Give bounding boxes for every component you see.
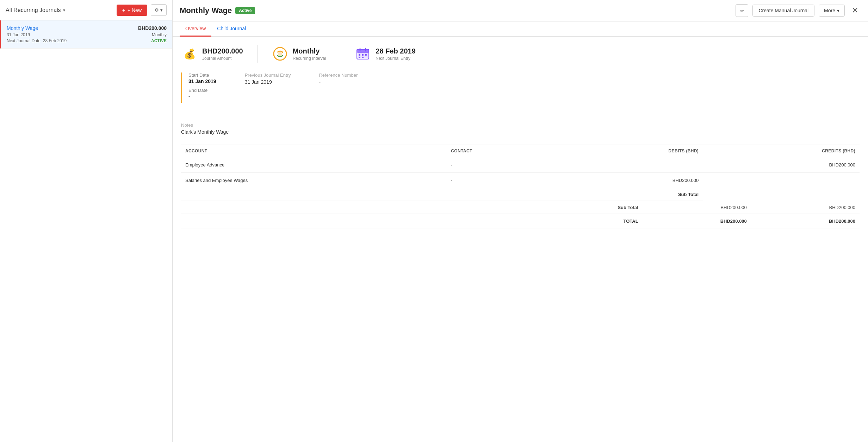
status-badge: Active: [235, 7, 255, 14]
new-button-label: + New: [128, 7, 142, 13]
tab-overview[interactable]: Overview: [180, 21, 211, 37]
edit-button[interactable]: ✏: [736, 4, 748, 17]
more-button[interactable]: More ▾: [819, 5, 845, 17]
journal-item[interactable]: Monthly Wage BHD200.000 31 Jan 2019 Mont…: [0, 20, 172, 49]
stat-divider-1: [257, 45, 258, 63]
create-manual-journal-button[interactable]: Create Manual Journal: [752, 5, 814, 17]
row1-credits: BHD200.000: [703, 157, 860, 173]
stats-row: 💰 BHD200.000 Journal Amount: [181, 45, 860, 63]
right-panel: Monthly Wage Active ✏ Create Manual Jour…: [173, 0, 868, 442]
stat-recurring-interval: Monthly Recurring Interval: [272, 45, 326, 62]
subtotal-row: Sub Total BHD200.000: [181, 188, 860, 201]
row1-debits: [558, 157, 703, 173]
all-recurring-label: All Recurring Journals: [6, 7, 61, 13]
total-row: TOTAL BHD200.000 BHD200.000: [181, 214, 860, 228]
next-journal-entry-label: Next Journal Entry: [376, 56, 415, 61]
total-label: TOTAL: [520, 214, 643, 228]
journal-list: Monthly Wage BHD200.000 31 Jan 2019 Mont…: [0, 20, 172, 442]
summary-table: Sub Total BHD200.000 BHD200.000 TOTAL BH…: [181, 201, 860, 228]
col-debits: DEBITS (BHD): [558, 145, 703, 157]
prev-journal-label: Previous Journal Entry: [245, 72, 291, 78]
gear-dropdown-icon: ▾: [160, 7, 163, 13]
col-account: ACCOUNT: [181, 145, 447, 157]
table-row: Salaries and Employee Wages - BHD200.000: [181, 173, 860, 188]
journal-item-date: 31 Jan 2019: [7, 32, 30, 37]
journal-table: ACCOUNT CONTACT DEBITS (BHD) CREDITS (BH…: [181, 145, 860, 201]
end-date-value: -: [188, 94, 216, 99]
journal-item-status: ACTIVE: [151, 38, 167, 43]
end-date-label: End Date: [188, 88, 216, 93]
right-content: 💰 BHD200.000 Journal Amount: [173, 37, 868, 442]
stat-journal-amount: 💰 BHD200.000 Journal Amount: [181, 45, 243, 62]
page-title: Monthly Wage: [180, 6, 232, 15]
tab-child-journal[interactable]: Child Journal: [211, 21, 252, 37]
gear-settings-button[interactable]: ⚙ ▾: [151, 4, 167, 16]
new-button[interactable]: + + New: [117, 5, 147, 16]
left-header: All Recurring Journals ▾ + + New ⚙ ▾: [0, 0, 172, 20]
table-row: Employee Advance - BHD200.000: [181, 157, 860, 173]
subtotal-label: Sub Total: [520, 201, 643, 214]
notes-label: Notes: [181, 122, 860, 128]
prev-journal-col: Previous Journal Entry 31 Jan 2019: [245, 72, 291, 103]
money-bag-icon: 💰: [181, 45, 198, 62]
subtotal-row: Sub Total BHD200.000 BHD200.000: [181, 201, 860, 214]
svg-rect-12: [362, 57, 364, 58]
more-button-label: More: [824, 8, 835, 13]
title-chevron-icon: ▾: [63, 8, 65, 13]
left-panel: All Recurring Journals ▾ + + New ⚙ ▾ Mon…: [0, 0, 173, 442]
right-header: Monthly Wage Active ✏ Create Manual Jour…: [173, 0, 868, 21]
row1-account: Employee Advance: [181, 157, 447, 173]
journal-item-interval: Monthly: [152, 32, 167, 37]
reference-label: Reference Number: [319, 72, 358, 78]
total-credits-val: BHD200.000: [751, 214, 860, 228]
stat-divider-2: [340, 45, 340, 63]
subtotal-label: Sub Total: [558, 188, 703, 201]
total-debits-val: BHD200.000: [643, 214, 751, 228]
calendar-icon: [354, 45, 371, 62]
dates-section: Start Date 31 Jan 2019 End Date -: [181, 72, 216, 103]
recurring-interval-value: Monthly: [293, 47, 326, 55]
tabs-bar: Overview Child Journal: [173, 21, 868, 37]
notes-value: Clark's Monthly Wage: [181, 129, 860, 135]
journal-item-next-date: Next Journal Date: 28 Feb 2019: [7, 38, 67, 43]
edit-pencil-icon: ✏: [740, 8, 744, 13]
subtotal-debits-val: BHD200.000: [643, 201, 751, 214]
subtotal-credits-val: BHD200.000: [751, 201, 860, 214]
svg-rect-9: [362, 54, 364, 56]
recurring-icon: [272, 45, 289, 62]
svg-rect-10: [365, 54, 367, 56]
all-recurring-journals-title[interactable]: All Recurring Journals ▾: [6, 7, 113, 13]
prev-journal-value: 31 Jan 2019: [245, 79, 291, 85]
notes-section: Notes Clark's Monthly Wage: [181, 122, 860, 135]
svg-rect-5: [357, 49, 369, 53]
col-contact: CONTACT: [447, 145, 558, 157]
row2-debits: BHD200.000: [558, 173, 703, 188]
journal-amount-label: Journal Amount: [202, 56, 243, 61]
next-journal-entry-value: 28 Feb 2019: [376, 47, 415, 55]
row1-contact: -: [447, 157, 558, 173]
svg-rect-11: [359, 57, 360, 58]
col-credits: CREDITS (BHD): [703, 145, 860, 157]
journal-amount-value: BHD200.000: [202, 47, 243, 55]
start-date-value: 31 Jan 2019: [188, 78, 216, 84]
reference-col: Reference Number -: [319, 72, 358, 103]
svg-rect-8: [359, 54, 360, 56]
gear-icon: ⚙: [155, 7, 159, 13]
stat-next-journal-entry: 28 Feb 2019 Next Journal Entry: [354, 45, 415, 62]
more-chevron-icon: ▾: [837, 8, 839, 13]
row2-contact: -: [447, 173, 558, 188]
new-plus-icon: +: [122, 7, 125, 13]
recurring-interval-label: Recurring Interval: [293, 56, 326, 61]
journal-item-amount: BHD200.000: [138, 25, 167, 31]
reference-value: -: [319, 79, 358, 85]
start-date-label: Start Date: [188, 72, 216, 78]
row2-account: Salaries and Employee Wages: [181, 173, 447, 188]
journal-item-name: Monthly Wage: [7, 25, 38, 31]
prev-ref-section: Previous Journal Entry 31 Jan 2019 Refer…: [237, 72, 358, 103]
close-button[interactable]: ✕: [849, 5, 861, 17]
detail-title-area: Monthly Wage Active: [180, 6, 731, 15]
row2-credits: [703, 173, 860, 188]
